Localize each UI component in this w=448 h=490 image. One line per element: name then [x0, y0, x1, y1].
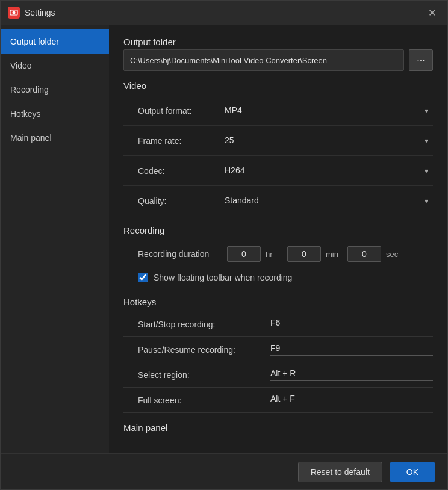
hotkey-pause-resume-value: F9 — [270, 343, 433, 356]
hotkey-start-stop-label: Start/Stop recording: — [138, 320, 270, 329]
folder-path-input[interactable] — [123, 49, 404, 71]
hotkey-full-screen-value: Alt + F — [270, 394, 433, 406]
output-folder-section: Output folder ··· — [123, 37, 433, 71]
hotkey-select-region-value: Alt + R — [270, 368, 433, 381]
settings-window: Settings ✕ Output folder Video Recording… — [0, 0, 448, 490]
footer: Reset to default OK — [1, 453, 447, 489]
quality-select[interactable]: Standard High Low — [220, 192, 433, 209]
output-format-row: Output format: MP4 AVI MOV MKV GIF — [123, 96, 433, 126]
output-folder-row: ··· — [123, 49, 433, 71]
reset-button[interactable]: Reset to default — [298, 462, 382, 482]
min-unit: min — [326, 250, 343, 259]
hr-unit: hr — [266, 250, 282, 259]
hotkey-start-stop: Start/Stop recording: F6 — [123, 312, 433, 337]
svg-point-1 — [13, 11, 16, 14]
content-area: Output folder ··· Video Output format: M… — [109, 25, 447, 453]
window-title: Settings — [25, 8, 418, 17]
quality-row: Quality: Standard High Low — [123, 186, 433, 216]
output-format-label: Output format: — [123, 106, 220, 116]
video-section-title: Video — [123, 81, 433, 91]
frame-rate-wrapper: 25 30 60 — [220, 132, 433, 149]
ok-button[interactable]: OK — [390, 462, 435, 482]
floating-toolbar-label: Show floating toolbar when recording — [154, 273, 292, 282]
codec-wrapper: H264 H265 VP8 VP9 — [220, 162, 433, 179]
recording-duration-row: Recording duration hr min sec — [123, 240, 433, 268]
output-folder-title: Output folder — [123, 37, 433, 47]
floating-toolbar-row: Show floating toolbar when recording — [123, 268, 433, 287]
recording-duration-label: Recording duration — [138, 249, 222, 259]
hotkey-pause-resume-label: Pause/Resume recording: — [138, 345, 270, 355]
frame-rate-select[interactable]: 25 30 60 — [220, 132, 433, 149]
quality-wrapper: Standard High Low — [220, 192, 433, 209]
duration-min-input[interactable] — [287, 246, 321, 262]
hotkeys-section-title: Hotkeys — [123, 297, 433, 307]
hotkey-pause-resume: Pause/Resume recording: F9 — [123, 337, 433, 362]
main-panel-title: Main panel — [123, 423, 433, 433]
sidebar-item-output-folder[interactable]: Output folder — [1, 29, 109, 54]
hotkeys-list: Start/Stop recording: F6 Pause/Resume re… — [123, 312, 433, 413]
main-panel-hint: Main panel — [123, 423, 433, 438]
hotkey-select-region: Select region: Alt + R — [123, 362, 433, 388]
hotkeys-section: Hotkeys Start/Stop recording: F6 Pause/R… — [123, 297, 433, 413]
hotkey-select-region-label: Select region: — [138, 370, 270, 380]
hotkey-full-screen: Full screen: Alt + F — [123, 388, 433, 413]
hotkey-full-screen-label: Full screen: — [138, 395, 270, 405]
sidebar-item-main-panel[interactable]: Main panel — [1, 126, 109, 150]
frame-rate-label: Frame rate: — [123, 136, 220, 146]
sidebar-item-recording[interactable]: Recording — [1, 78, 109, 102]
codec-label: Codec: — [123, 166, 220, 176]
hotkey-start-stop-value: F6 — [270, 318, 433, 330]
duration-hr-input[interactable] — [227, 246, 261, 262]
sidebar-item-video[interactable]: Video — [1, 54, 109, 78]
sec-unit: sec — [386, 250, 403, 259]
codec-select[interactable]: H264 H265 VP8 VP9 — [220, 162, 433, 179]
video-settings: Output format: MP4 AVI MOV MKV GIF — [123, 96, 433, 216]
codec-row: Codec: H264 H265 VP8 VP9 — [123, 156, 433, 186]
sidebar-item-hotkeys[interactable]: Hotkeys — [1, 102, 109, 126]
floating-toolbar-checkbox[interactable] — [138, 273, 148, 282]
title-bar: Settings ✕ — [1, 1, 447, 25]
frame-rate-row: Frame rate: 25 30 60 — [123, 126, 433, 156]
sidebar: Output folder Video Recording Hotkeys Ma… — [1, 25, 109, 453]
quality-label: Quality: — [123, 196, 220, 206]
recording-section: Recording Recording duration hr min sec … — [123, 225, 433, 287]
recording-section-title: Recording — [123, 225, 433, 235]
main-content: Output folder Video Recording Hotkeys Ma… — [1, 25, 447, 453]
browse-button[interactable]: ··· — [409, 49, 433, 71]
app-icon — [8, 7, 20, 19]
duration-sec-input[interactable] — [347, 246, 381, 262]
output-format-select[interactable]: MP4 AVI MOV MKV GIF — [220, 102, 433, 119]
close-button[interactable]: ✕ — [423, 4, 440, 21]
output-format-wrapper: MP4 AVI MOV MKV GIF — [220, 102, 433, 119]
video-section: Video Output format: MP4 AVI MOV MKV GIF — [123, 81, 433, 216]
